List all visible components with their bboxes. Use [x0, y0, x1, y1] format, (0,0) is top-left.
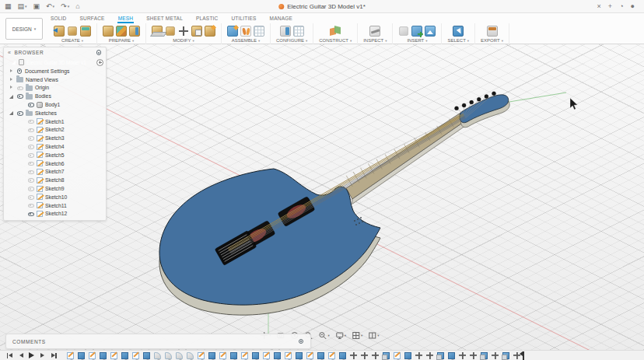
add-item-icon[interactable]	[96, 59, 103, 66]
collapse-arrow-icon[interactable]	[9, 93, 14, 99]
extrude-feature-icon[interactable]	[339, 352, 346, 359]
configuration-icon[interactable]	[280, 26, 291, 37]
sketch-feature-icon[interactable]	[285, 352, 292, 359]
visibility-eye-icon[interactable]	[16, 84, 23, 91]
tree-item-sketch9[interactable]: Sketch9	[4, 184, 106, 193]
move-feature-icon[interactable]	[372, 352, 379, 359]
group-label-configure[interactable]: CONFIGURE▾	[276, 38, 307, 43]
extrude-feature-icon[interactable]	[252, 352, 259, 359]
extrude-feature-icon[interactable]	[448, 352, 455, 359]
tree-item-sketch7[interactable]: Sketch7	[4, 168, 106, 177]
sketch-feature-icon[interactable]	[110, 352, 117, 359]
tab-plastic[interactable]: PLASTIC	[195, 14, 219, 23]
extrude-feature-icon[interactable]	[274, 352, 281, 359]
fillet-feature-icon[interactable]	[176, 352, 183, 359]
sketch-feature-icon[interactable]	[67, 352, 74, 359]
guitar-fretboard[interactable]	[346, 112, 467, 199]
tree-item-sketch1[interactable]: Sketch1	[4, 117, 106, 126]
step-back-button[interactable]	[17, 352, 24, 359]
collapse-arrow-icon[interactable]	[9, 110, 14, 116]
sketch-feature-icon[interactable]	[306, 352, 313, 359]
sketch-feature-icon[interactable]	[219, 352, 226, 359]
browser-header[interactable]: « BROWSER	[4, 47, 106, 58]
insert-canvas-icon[interactable]	[425, 26, 436, 37]
joint-icon[interactable]	[240, 26, 251, 37]
tree-item-sketch10[interactable]: Sketch10	[4, 193, 106, 201]
go-to-start-button[interactable]	[6, 352, 13, 359]
visibility-eye-icon[interactable]	[27, 168, 34, 175]
expand-arrow-icon[interactable]	[9, 85, 14, 90]
fillet-feature-icon[interactable]	[154, 352, 161, 359]
export-icon[interactable]	[487, 26, 498, 37]
visibility-eye-icon[interactable]	[27, 118, 34, 125]
tree-item-sketch5[interactable]: Sketch5	[4, 151, 106, 159]
tree-item-document-settings[interactable]: Document Settings	[4, 67, 106, 75]
move-copy-icon[interactable]	[178, 26, 189, 37]
collapse-panel-icon[interactable]: «	[8, 50, 12, 55]
move-feature-icon[interactable]	[350, 352, 357, 359]
group-label-export[interactable]: EXPORT▾	[481, 38, 503, 43]
browser-root-row[interactable]: Electric Guitar 3D Model v1	[5, 58, 104, 67]
sketch-feature-icon[interactable]	[132, 352, 139, 359]
tree-item-sketch2[interactable]: Sketch2	[4, 126, 106, 135]
root-expander-icon[interactable]	[11, 60, 16, 65]
job-status-icon[interactable]: ◔	[619, 2, 623, 10]
sketch-feature-icon[interactable]	[328, 352, 335, 359]
visibility-eye-icon[interactable]	[27, 185, 34, 192]
expand-arrow-icon[interactable]	[9, 77, 14, 82]
tree-item-sketch4[interactable]: Sketch4	[4, 142, 106, 151]
joint-origin-icon[interactable]	[254, 26, 264, 37]
new-component-icon[interactable]	[227, 26, 238, 37]
tree-item-sketch12[interactable]: Sketch12	[4, 210, 106, 218]
fillet-feature-icon[interactable]	[165, 352, 172, 359]
select-tool-icon[interactable]	[453, 26, 464, 37]
group-label-insert[interactable]: INSERT▾	[407, 38, 427, 43]
insert-derive-icon[interactable]	[400, 26, 408, 35]
erase-and-fill-icon[interactable]	[191, 26, 202, 37]
group-label-select[interactable]: SELECT▾	[447, 38, 469, 43]
visibility-eye-icon[interactable]	[27, 135, 34, 142]
avatar-icon[interactable]: ●	[631, 2, 635, 10]
expand-arrow-icon[interactable]	[9, 68, 14, 74]
move-feature-icon[interactable]	[415, 352, 422, 359]
viewports-icon[interactable]: ▾	[368, 331, 379, 340]
sketch-feature-icon[interactable]	[89, 352, 96, 359]
tree-item-sketch6[interactable]: Sketch6	[4, 159, 106, 168]
move-feature-icon[interactable]	[459, 352, 466, 359]
create-mesh-cylinder-icon[interactable]	[68, 26, 76, 35]
tab-mesh[interactable]: MESH	[117, 14, 135, 23]
extrude-feature-icon[interactable]	[143, 352, 150, 359]
combine-feature-icon[interactable]	[502, 352, 509, 359]
browser-settings-gear-icon[interactable]	[96, 50, 102, 56]
visibility-eye-icon[interactable]	[27, 202, 34, 209]
tab-solid[interactable]: SOLID	[50, 14, 68, 23]
group-label-prepare[interactable]: PREPARE▾	[109, 38, 135, 43]
grid-settings-icon[interactable]: ▾	[352, 331, 362, 340]
redo-icon[interactable]: ↷▾	[61, 3, 69, 10]
step-forward-button[interactable]	[39, 352, 46, 359]
zoom-icon[interactable]: ▾	[319, 331, 330, 340]
go-to-end-button[interactable]	[50, 352, 57, 359]
tree-item-bodies[interactable]: Bodies	[4, 92, 106, 100]
combine-feature-icon[interactable]	[383, 352, 390, 359]
new-tab-icon[interactable]: +	[608, 2, 612, 10]
create-mesh-face-icon[interactable]	[80, 26, 91, 37]
remesh-icon[interactable]	[152, 26, 163, 37]
tree-item-sketch8[interactable]: Sketch8	[4, 176, 106, 184]
visibility-eye-icon[interactable]	[27, 194, 34, 201]
extrude-feature-icon[interactable]	[78, 352, 85, 359]
visibility-eye-icon[interactable]	[27, 160, 34, 167]
measure-icon[interactable]	[369, 26, 380, 37]
visibility-eye-icon[interactable]	[27, 143, 34, 150]
visibility-eye-icon[interactable]	[16, 110, 23, 117]
tab-sheet-metal[interactable]: SHEET METAL	[145, 14, 184, 23]
extrude-feature-icon[interactable]	[230, 352, 237, 359]
insert-mesh-icon[interactable]	[54, 26, 65, 37]
visibility-eye-icon[interactable]	[27, 177, 34, 183]
convert-mesh-icon[interactable]	[205, 26, 215, 37]
construct-plane-icon[interactable]	[330, 26, 341, 37]
configuration-table-icon[interactable]	[293, 26, 304, 37]
group-label-construct[interactable]: CONSTRUCT▾	[319, 38, 352, 43]
sketch-feature-icon[interactable]	[263, 352, 270, 359]
move-feature-icon[interactable]	[426, 352, 433, 359]
